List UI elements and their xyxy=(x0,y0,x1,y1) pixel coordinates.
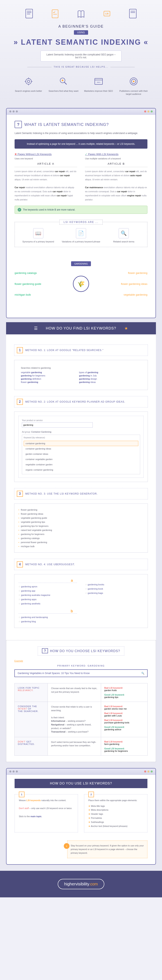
related-search-link[interactable]: flower gardening xyxy=(21,381,75,383)
target-icon xyxy=(129,76,139,86)
planner-item[interactable]: organic container gardening xyxy=(24,467,138,473)
lsi-type-related: 🔍Related search terms xyxy=(104,228,143,243)
find-section-header: ☰ HOW DO YOU FIND LSI KEYWORDS? ★ xyxy=(6,322,156,334)
method-4-header: 4 METHOD NO. 4: USE UBERSUGGEST. xyxy=(14,559,148,570)
star-icon: ★ xyxy=(124,326,128,331)
lsi-keywords-are-box: LSI KEYWORDS ARE ... 📖Synonyms of a prim… xyxy=(14,222,148,247)
checklist-icon xyxy=(50,8,60,20)
question-mark-icon: ? xyxy=(14,121,22,128)
footer: highervisibility.com xyxy=(0,871,162,897)
related-search-link[interactable]: gardening in July xyxy=(79,374,133,377)
section-title-what-is: WHAT IS LATENT SEMANTIC INDEXING? xyxy=(24,122,109,126)
row-distracted: DON'T GETDISTRACTED. xyxy=(14,737,48,756)
svg-point-13 xyxy=(27,80,30,83)
uber-item[interactable]: gardening bags xyxy=(85,591,143,595)
uber-item[interactable]: gardening blog xyxy=(19,619,77,624)
uber-item[interactable]: gardening aesthetic xyxy=(19,601,77,606)
lsi-generator-list: flower gardening flower gardening ideas … xyxy=(19,508,143,548)
uber-item[interactable]: gardening apps xyxy=(19,597,77,601)
related-search-link[interactable]: gardening ideas xyxy=(79,381,133,383)
methods-section: 1 METHOD NO. 1: LOOK AT GOOGLE "RELATED … xyxy=(6,334,156,640)
uber-item[interactable]: gardening book xyxy=(85,587,143,591)
example-label: Example xyxy=(14,660,148,662)
browser-chrome xyxy=(6,108,156,115)
use-col-weave: 1 Weave LSI keywords naturally into the … xyxy=(14,794,78,833)
ubersuggest-mock: a gardening apron gardening app gardenin… xyxy=(19,578,143,624)
instead-banner: Instead of optimizing a page for one key… xyxy=(14,139,148,149)
svg-point-12 xyxy=(26,79,31,84)
svg-text:SEO: SEO xyxy=(97,81,100,83)
related-search-link[interactable]: gardening for beginners xyxy=(21,374,75,377)
window-seo-icon: SEO xyxy=(94,76,104,86)
keyword-planner-mock: Your product or service Ad group: Contai… xyxy=(19,416,143,478)
related-search-link[interactable]: types of gardening xyxy=(79,371,133,374)
planner-item[interactable]: vegetable container garden xyxy=(24,462,138,467)
hamburger-icon: ☰ xyxy=(34,326,38,331)
planner-item[interactable]: container vegetable garden xyxy=(24,457,138,462)
title-prefix: A BEGINNER'S GUIDE xyxy=(4,24,158,29)
svg-text:LSI: LSI xyxy=(105,13,109,15)
use-col-elements: 2 Place them within the appropriate page… xyxy=(84,794,148,833)
svg-rect-9 xyxy=(129,9,136,18)
related-search-link[interactable]: vegetable gardening xyxy=(21,371,75,374)
book-icon xyxy=(76,8,86,20)
title-using-badge: USING xyxy=(74,30,88,35)
search-small-icon: 🔍 xyxy=(119,228,129,239)
article-b-text: Lorem ipsum dolor sit amet, consectetur … xyxy=(85,170,148,202)
tip-callout: Stay focused on your primary keyword. If… xyxy=(67,840,148,858)
intro-callout: Latent Semantic Indexing sounds like com… xyxy=(41,51,121,62)
document-icon-2 xyxy=(128,8,138,20)
uber-item[interactable]: gardening australia magazine xyxy=(19,593,77,597)
row-intent: CONSIDER THEINTENT OFTHE SEARCHER. xyxy=(14,702,48,737)
gear-icon xyxy=(24,76,34,86)
choose-criteria-table: LOOK FOR TOPICRELEVANCY. Choose words th… xyxy=(14,683,148,756)
svg-point-20 xyxy=(62,80,63,81)
brand-logo[interactable]: highervisibility.com xyxy=(58,879,104,889)
magnifier-icon xyxy=(58,76,69,86)
uber-item[interactable]: gardening app xyxy=(19,589,77,593)
svg-rect-0 xyxy=(26,9,33,18)
svg-rect-4 xyxy=(52,10,58,18)
natural-keywords-note: The keywords used in Article B are more … xyxy=(14,206,148,214)
primary-keyword-label: PRIMARY KEYWORD: GARDENING xyxy=(14,665,148,667)
related-search-link[interactable]: gardening design xyxy=(79,378,133,380)
svg-point-26 xyxy=(133,81,134,82)
uber-item[interactable]: gardening books xyxy=(85,582,143,587)
planner-item[interactable]: garden container ideas xyxy=(24,451,138,457)
compare-with-lsi: ✓ Pages With LSI Keywords Use multiple v… xyxy=(85,153,148,202)
browser-chrome-2 xyxy=(6,768,156,775)
header-decorative-icons: LSI xyxy=(4,8,158,20)
search-icon: 🔍 xyxy=(142,672,145,675)
svg-line-19 xyxy=(64,82,67,84)
what-is-section: ?WHAT IS LATENT SEMANTIC INDEXING? Laten… xyxy=(6,108,156,318)
use-section: HOW DO YOU USE LSI KEYWORDS? 1 Weave LSI… xyxy=(6,768,156,865)
search-bar-mock[interactable]: Gardening Vegetables in Small Spaces: 10… xyxy=(14,669,148,677)
header: LSI A BEGINNER'S GUIDE USING » LATENT SE… xyxy=(0,0,162,104)
lsi-badge-icon: LSI xyxy=(102,8,112,20)
book-small-icon: 📖 xyxy=(33,228,43,239)
benefit-publishers: Publishers connect with their target aud… xyxy=(118,75,149,96)
lsi-type-variations: 📄Variations of a primary keyword phrase xyxy=(61,228,100,243)
uber-item[interactable]: gardening apron xyxy=(19,584,77,589)
benefit-searchers: Searchers find what they want xyxy=(49,75,79,96)
related-search-link[interactable]: gardening definition xyxy=(21,378,75,380)
compare-without-lsi: ✖ Pages Without LSI Keywords Uses one ke… xyxy=(14,153,77,202)
gardening-diagram: GARDENING gardening catalogsflower garde… xyxy=(14,253,148,305)
because-banner: THIS IS GREAT BECAUSE LSI HELPS... xyxy=(4,65,158,68)
planner-item-selected[interactable]: container gardening xyxy=(24,441,138,446)
title-main: » LATENT SEMANTIC INDEXING « xyxy=(4,38,158,46)
what-is-description: Latent Semantic Indexing is the process … xyxy=(14,131,148,135)
document-icon xyxy=(24,8,34,20)
document-small-icon: 📄 xyxy=(76,228,86,239)
method-3-header: 3 METHOD NO. 3: USE THE LSI KEYWORD GENE… xyxy=(14,488,148,500)
lsi-type-synonyms: 📖Synonyms of a primary keyword xyxy=(19,228,58,243)
planner-item[interactable]: container gardening ideas xyxy=(24,446,138,451)
uber-item[interactable]: gardening and landscaping xyxy=(19,615,77,619)
choose-section: ?HOW DO YOU CHOOSE LSI KEYWORDS? Example… xyxy=(6,640,156,762)
gardening-center-icon: 🌾 xyxy=(73,276,89,292)
method-2-header: 2 METHOD NO. 2: LOOK AT GOOGLE KEYWORD P… xyxy=(14,396,148,407)
planner-input[interactable] xyxy=(22,422,93,428)
method-1-header: 1 METHOD NO. 1: LOOK AT GOOGLE "RELATED … xyxy=(14,345,148,356)
benefit-marketers: SEO Marketers improve their SEO xyxy=(83,75,114,96)
question-mark-icon: ? xyxy=(42,648,48,653)
